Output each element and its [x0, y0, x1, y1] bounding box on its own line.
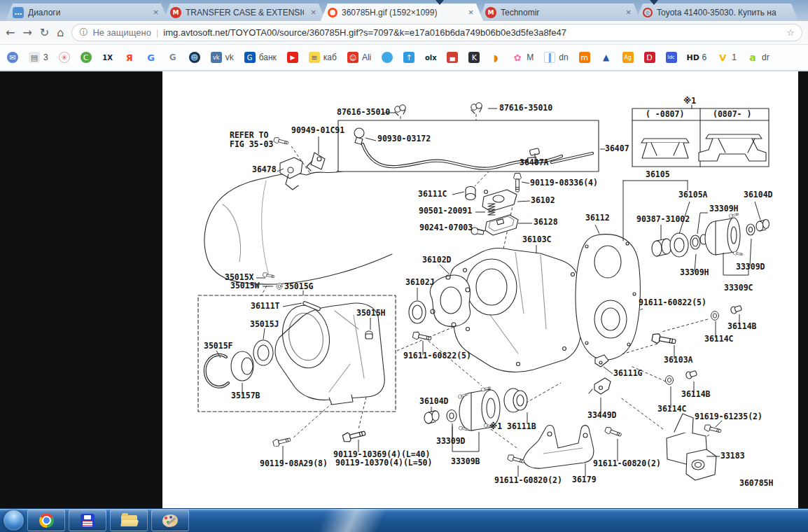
part-label: 87616-35010: [337, 107, 390, 117]
bookmark-aliexpress[interactable]: ☺Ali: [347, 52, 371, 63]
bookmark-comma[interactable]: ◗: [490, 52, 501, 63]
forward-icon[interactable]: →: [22, 26, 32, 39]
k-app-icon: K: [468, 52, 480, 63]
bookmark-label: vk: [225, 52, 234, 62]
diagram-image[interactable]: 87616-3501087616-35010REFER TOFIG 35-039…: [162, 71, 798, 509]
ldc-icon: ldc: [666, 52, 677, 63]
part-label: 90387-31002: [636, 214, 690, 224]
taskbar-chrome-button[interactable]: [27, 510, 65, 531]
bookmark-label: 3: [43, 52, 48, 62]
window-edge-notch: [650, 0, 658, 5]
part-label: 36112: [585, 213, 610, 223]
url-text[interactable]: img.avtosoft.net/TOYOTA00/source/360785H…: [163, 27, 781, 38]
tab-close-icon[interactable]: ×: [466, 7, 476, 18]
bookmark-avito[interactable]: adr: [747, 52, 769, 63]
gif-ring-icon: [328, 8, 337, 18]
bookmark-water-drop[interactable]: [382, 52, 393, 63]
bookmark-google[interactable]: G: [146, 52, 157, 63]
vk-icon: vk: [211, 52, 222, 63]
back-icon[interactable]: ←: [6, 26, 15, 39]
taskbar-save-app-button[interactable]: [69, 510, 106, 531]
tab-technomir[interactable]: M Technomir ×: [478, 4, 641, 21]
part-label: 90930-03172: [377, 134, 431, 144]
part-label: 33309D: [436, 436, 466, 446]
part-label: ※1: [683, 96, 696, 106]
taskbar-paint-button[interactable]: [151, 510, 189, 531]
part-label: 36105: [646, 169, 670, 179]
address-separator: |: [156, 27, 158, 38]
bookmark-dn-bars[interactable]: ║dn: [544, 52, 568, 63]
g-grey-icon: G: [167, 52, 179, 63]
tab-transfer-case[interactable]: M TRANSFER CASE & EXTENSION ×: [163, 4, 326, 21]
address-bar[interactable]: ⓘ Не защищено | img.avtosoft.net/TOYOTA0…: [71, 24, 802, 41]
taskbar-glass-streak: [303, 508, 396, 532]
tab-close-icon[interactable]: ×: [151, 7, 161, 18]
bookmark-ag[interactable]: Ag: [622, 52, 634, 63]
triangle-icon: ▲: [601, 52, 612, 63]
browser-window: … Диалоги × M TRANSFER CASE & EXTENSION …: [0, 0, 808, 509]
bookmark-m-orange[interactable]: m: [579, 52, 590, 63]
bookmark-mail[interactable]: ✉: [7, 52, 18, 63]
part-label: 90949-01C91: [291, 125, 344, 135]
dark-face-icon: ☻: [189, 52, 200, 63]
tab-title: TRANSFER CASE & EXTENSION: [186, 8, 304, 18]
bookmark-ldc[interactable]: ldc: [666, 52, 677, 63]
start-button[interactable]: [4, 510, 24, 531]
part-label: 36114C: [704, 334, 734, 344]
v-logo-icon: V: [717, 52, 728, 63]
part-label: 36114B: [727, 321, 757, 331]
bookmark-star-icon[interactable]: ☆: [786, 27, 795, 38]
part-label: 91611-60822(5): [639, 298, 706, 307]
bookmark-g-grey[interactable]: G: [167, 52, 179, 63]
part-label: 90119-08A29(8): [260, 458, 328, 468]
bookmark-1c[interactable]: C: [81, 52, 92, 63]
bookmark-yandex[interactable]: Я: [124, 52, 135, 63]
bookmark-bus[interactable]: ▤3: [29, 52, 48, 63]
bookmark-dark-face[interactable]: ☻: [189, 52, 200, 63]
tab-close-icon[interactable]: ×: [308, 7, 319, 18]
tab-gif-image[interactable]: 360785H.gif (1592×1099) ×: [321, 4, 483, 21]
bookmark-v-logo[interactable]: V1: [717, 52, 737, 63]
bookmark-triangle[interactable]: ▲: [601, 52, 612, 63]
part-label: 91619-61235(2): [695, 412, 762, 421]
bookmark-olx[interactable]: olx: [425, 52, 436, 63]
bookmark-drom[interactable]: D: [644, 52, 655, 63]
part-label: 36111C: [418, 189, 447, 199]
part-label: 35015F: [204, 341, 233, 351]
olx-icon: olx: [425, 52, 436, 63]
home-icon[interactable]: ⌂: [57, 26, 64, 39]
part-label: 33309D: [736, 262, 765, 272]
reload-icon[interactable]: ↻: [40, 26, 49, 39]
1xbet-icon: 1X: [102, 52, 113, 63]
part-label: (0807- ): [713, 109, 751, 119]
window-edge-notch: [436, 0, 444, 5]
bookmark-1xbet[interactable]: 1X: [102, 52, 113, 63]
bookmark-notebook[interactable]: ≡каб: [309, 52, 337, 63]
part-label: 33309B: [451, 456, 480, 466]
bookmark-bank[interactable]: Gбанк: [244, 52, 277, 63]
taskbar: [0, 508, 808, 532]
tab-toyota-part[interactable]: e Toyota 41400-35030. Купить на: [636, 4, 798, 21]
bookmark-thumb-up[interactable]: ↑: [403, 52, 415, 63]
bookmark-hd[interactable]: HD6: [688, 52, 707, 63]
youtube-icon: ▶: [287, 52, 298, 63]
bookmark-vk[interactable]: vkvk: [211, 52, 234, 63]
bookmark-youtube[interactable]: ▶: [287, 52, 298, 63]
bookmark-car[interactable]: ▄: [447, 52, 458, 63]
tab-dialogs[interactable]: … Диалоги ×: [6, 4, 168, 21]
water-drop-icon: [382, 52, 393, 63]
tab-title: 360785H.gif (1592×1099): [342, 8, 461, 18]
part-label: 36114B: [681, 389, 711, 399]
part-label: 36102J: [405, 277, 435, 287]
taskbar-explorer-button[interactable]: [110, 510, 148, 531]
bookmark-flower[interactable]: ✿M: [512, 52, 534, 63]
part-label: 33309H: [709, 204, 739, 214]
ag-icon: Ag: [622, 52, 634, 63]
part-label: 35015W: [230, 281, 260, 290]
bookmark-target[interactable]: ✳: [59, 52, 70, 63]
bookmark-k-app[interactable]: K: [468, 52, 480, 63]
part-label: 36105A: [678, 190, 708, 200]
site-info-icon[interactable]: ⓘ: [79, 27, 88, 38]
tab-close-icon[interactable]: ×: [623, 7, 634, 18]
page-background: 87616-3501087616-35010REFER TOFIG 35-039…: [0, 71, 808, 509]
